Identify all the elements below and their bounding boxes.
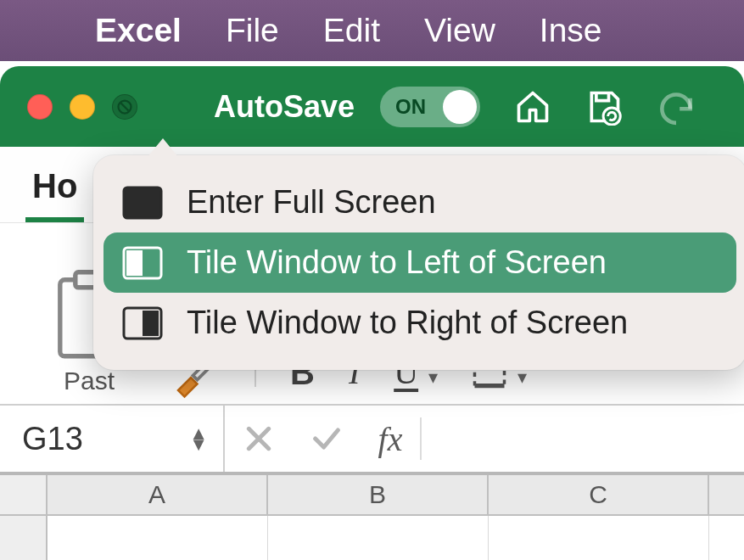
ribbon-tab-home[interactable]: Ho [25,159,84,222]
borders-dropdown[interactable]: ▾ [517,367,527,392]
popover-item-fullscreen[interactable]: Enter Full Screen [103,172,736,232]
window-titlebar: AutoSave ON [0,66,744,147]
traffic-lights [27,94,137,120]
home-button[interactable] [514,88,551,126]
col-header-b[interactable]: B [268,475,489,514]
svg-rect-11 [143,311,159,336]
undo-icon [655,84,697,126]
name-box-stepper[interactable]: ▲▼ [189,428,208,450]
select-all-corner[interactable] [0,475,48,514]
col-header-c[interactable]: C [489,475,709,514]
save-button[interactable] [585,88,623,126]
autosave-toggle[interactable]: ON [380,87,480,127]
fx-button[interactable]: fx [361,419,420,459]
popover-item-tile-right[interactable]: Tile Window to Right of Screen [103,293,736,353]
menubar-app-name[interactable]: Excel [95,12,182,49]
popover-item-tile-left[interactable]: Tile Window to Left of Screen [103,232,736,293]
tile-left-icon [122,246,163,280]
fullscreen-icon [122,186,163,220]
sheet-row [0,516,744,560]
underline-dropdown[interactable]: ▾ [428,367,438,392]
formula-separator [420,417,422,460]
autosave-label: AutoSave [214,89,355,125]
check-icon [310,422,344,456]
popover-item-label: Tile Window to Right of Screen [187,305,628,341]
formula-cancel-button[interactable] [225,422,293,456]
save-sync-icon [585,88,623,126]
cell[interactable] [268,516,489,560]
menubar-item-edit[interactable]: Edit [323,12,380,49]
paste-label: Past [64,367,115,395]
column-headers: A B C [0,475,744,516]
toggle-knob [443,90,477,124]
home-icon [514,88,551,126]
x-icon [242,422,276,456]
window-zoom-button[interactable] [112,94,137,120]
autosave-state-text: ON [395,95,426,119]
col-header-a[interactable]: A [48,475,268,514]
popover-item-label: Tile Window to Left of Screen [187,244,607,281]
svg-rect-7 [124,188,161,218]
row-header[interactable] [0,516,48,560]
name-box-value: G13 [22,421,83,457]
no-entry-icon [117,99,132,115]
popover-pointer [148,138,178,157]
menubar-item-view[interactable]: View [424,12,495,49]
menubar-item-insert[interactable]: Inse [540,12,602,49]
window-close-button[interactable] [27,94,53,120]
macos-menubar: Excel File Edit View Inse [0,0,744,61]
window-minimize-button[interactable] [70,94,95,120]
formula-bar: G13 ▲▼ fx [0,406,744,475]
name-box[interactable]: G13 ▲▼ [0,406,225,472]
svg-point-2 [603,107,620,124]
cell[interactable] [489,516,709,560]
popover-item-label: Enter Full Screen [187,184,436,221]
svg-line-1 [121,103,129,110]
window-zoom-popover: Enter Full Screen Tile Window to Left of… [93,155,744,370]
svg-rect-9 [126,250,143,276]
formula-confirm-button[interactable] [293,422,361,456]
tile-right-icon [122,306,163,340]
cell[interactable] [48,516,268,560]
undo-button[interactable] [655,84,697,130]
menubar-item-file[interactable]: File [226,12,279,49]
